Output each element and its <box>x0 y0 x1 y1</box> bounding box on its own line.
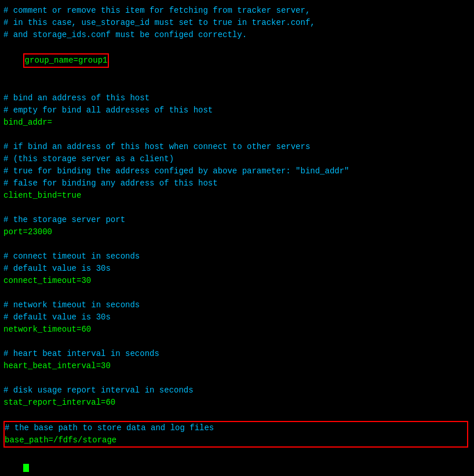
line-35 <box>3 448 471 476</box>
group-name-highlight: group_name=group1 <box>23 53 110 68</box>
line-24: # default value is 30s <box>3 311 471 324</box>
line-25: network_timeout=60 <box>3 324 471 336</box>
line-15 <box>3 202 471 214</box>
line-5 <box>3 80 471 92</box>
line-6: # bind an address of this host <box>3 92 471 104</box>
line-9 <box>3 129 471 141</box>
cursor <box>23 464 29 472</box>
line-4: group_name=group1 <box>3 41 471 80</box>
line-32 <box>3 409 471 421</box>
line-28: heart_beat_interval=30 <box>3 360 471 372</box>
line-16: # the storage server port <box>3 214 471 226</box>
line-7: # empty for bind all addresses of this h… <box>3 104 471 117</box>
line-30: # disk usage report interval in seconds <box>3 384 471 397</box>
bottom-highlight-block: # the base path to store data and log fi… <box>3 421 468 448</box>
line-10: # if bind an address of this host when c… <box>3 141 471 153</box>
line-31: stat_report_interval=60 <box>3 397 471 409</box>
line-3: # and storage_ids.conf must be configed … <box>3 29 471 41</box>
line-1: # comment or remove this item for fetchi… <box>3 5 471 17</box>
line-33: # the base path to store data and log fi… <box>5 422 467 434</box>
line-34: base_path=/fdfs/storage <box>5 434 467 446</box>
line-22 <box>3 287 471 299</box>
line-14: client_bind=true <box>3 190 471 202</box>
line-8: bind_addr= <box>3 117 471 129</box>
line-27: # heart beat interval in seconds <box>3 348 471 360</box>
line-20: # default value is 30s <box>3 263 471 275</box>
line-19: # connect timeout in seconds <box>3 250 471 263</box>
line-29 <box>3 372 471 384</box>
line-26 <box>3 336 471 348</box>
line-21: connect_timeout=30 <box>3 275 471 287</box>
line-13: # false for binding any address of this … <box>3 177 471 190</box>
line-11: # (this storage server as a client) <box>3 153 471 165</box>
line-2: # in this case, use_storage_id must set … <box>3 17 471 29</box>
line-12: # true for binding the address configed … <box>3 165 471 177</box>
code-editor: # comment or remove this item for fetchi… <box>0 0 474 476</box>
line-18 <box>3 238 471 250</box>
line-17: port=23000 <box>3 226 471 238</box>
line-23: # network timeout in seconds <box>3 299 471 311</box>
